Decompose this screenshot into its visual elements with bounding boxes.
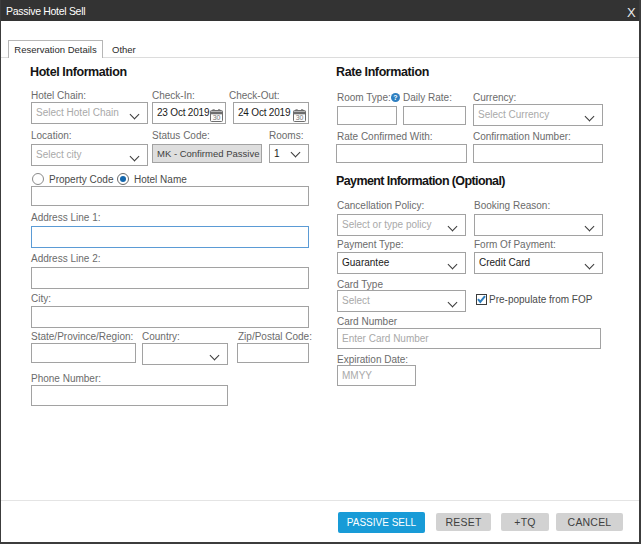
svg-text:?: ?: [393, 94, 397, 101]
svg-text:30: 30: [296, 114, 304, 121]
svg-text:30: 30: [213, 114, 221, 121]
